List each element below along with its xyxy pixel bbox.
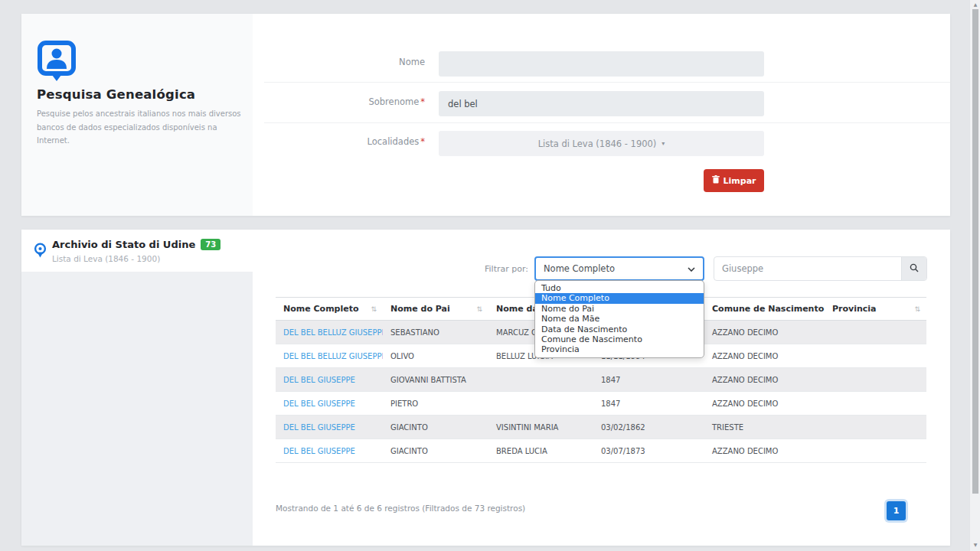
- scrollbar-thumb[interactable]: [972, 9, 978, 494]
- chevron-down-icon: [688, 263, 695, 274]
- dropdown-option[interactable]: Nome da Mãe: [535, 314, 704, 324]
- table-cell: DEL BEL GIUSEPPE: [276, 392, 383, 415]
- sort-icon[interactable]: ⇅: [476, 305, 482, 313]
- search-panel: Pesquisa Genealógica Pesquise pelos ance…: [21, 14, 950, 216]
- column-header-label: Provincia: [832, 304, 877, 314]
- column-header[interactable]: Nome Completo⇅: [276, 298, 383, 320]
- sort-icon[interactable]: ⇅: [914, 305, 920, 313]
- table-cell: [825, 439, 926, 462]
- table-cell: AZZANO DECIMO: [704, 321, 825, 344]
- table-cell: 03/07/1873: [593, 439, 704, 462]
- location-pin-icon: [34, 243, 47, 262]
- table-cell: DEL BEL GIUSEPPE: [276, 368, 383, 391]
- table-cell: DEL BEL BELLUZ GIUSEPPE: [276, 344, 383, 367]
- scroll-down-icon[interactable]: ▼: [970, 542, 980, 547]
- record-count-badge: 73: [201, 239, 220, 250]
- table-cell: [825, 392, 926, 415]
- table-cell: [825, 321, 926, 344]
- caret-down-icon: ▾: [662, 140, 665, 147]
- record-link[interactable]: DEL BEL GIUSEPPE: [283, 447, 355, 455]
- source-title: Archivio di Stato di Udine: [52, 239, 195, 250]
- required-marker: *: [420, 96, 425, 107]
- record-link[interactable]: DEL BEL GIUSEPPE: [283, 399, 355, 408]
- page-1-button[interactable]: 1: [887, 501, 906, 520]
- table-cell: DEL BEL GIUSEPPE: [276, 416, 383, 439]
- record-link[interactable]: DEL BEL BELLUZ GIUSEPPE: [283, 328, 383, 337]
- table-row: DEL BEL GIUSEPPEGIACINTOVISINTINI MARIA0…: [276, 416, 926, 439]
- vertical-scrollbar[interactable]: ▲ ▼: [969, 0, 980, 551]
- column-header-label: Nome do Pai: [390, 304, 450, 314]
- branding-panel: Pesquisa Genealógica Pesquise pelos ance…: [21, 14, 253, 216]
- filter-by-label: Filtrar por:: [375, 264, 528, 274]
- pagination-summary: Mostrando de 1 até 6 de 6 registros (Fil…: [276, 504, 525, 513]
- table-cell: AZZANO DECIMO: [704, 368, 825, 391]
- localidades-label: Localidades*: [272, 136, 425, 147]
- sort-icon[interactable]: ⇅: [371, 305, 377, 313]
- page: Pesquisa Genealógica Pesquise pelos ance…: [0, 0, 980, 551]
- sources-sidebar: [21, 272, 253, 546]
- column-header-label: Comune de Nascimento: [712, 304, 824, 314]
- table-cell: TRIESTE: [704, 416, 825, 439]
- filter-field-select[interactable]: Nome Completo: [534, 256, 704, 281]
- table-cell: 03/02/1862: [593, 416, 704, 439]
- record-link[interactable]: DEL BEL GIUSEPPE: [283, 423, 355, 432]
- dropdown-option[interactable]: Tudo: [535, 283, 704, 293]
- table-cell: PIETRO: [383, 392, 488, 415]
- table-cell: DEL BEL GIUSEPPE: [276, 439, 383, 462]
- filter-field-value: Nome Completo: [544, 263, 615, 274]
- magnifier-icon: [910, 263, 919, 275]
- clear-button[interactable]: Limpar: [704, 169, 764, 192]
- table-cell: [825, 344, 926, 367]
- table-cell: VISINTINI MARIA: [488, 416, 593, 439]
- source-subtitle: Lista di Leva (1846 - 1900): [52, 254, 160, 263]
- sobrenome-input[interactable]: [439, 91, 764, 116]
- column-header-label: Nome Completo: [283, 304, 359, 314]
- table-cell: AZZANO DECIMO: [704, 392, 825, 415]
- table-cell: [825, 368, 926, 391]
- dropdown-option[interactable]: Nome do Pai: [535, 304, 704, 314]
- table-cell: GIACINTO: [383, 439, 488, 462]
- localidades-value: Lista di Leva (1846 - 1900): [538, 139, 657, 149]
- nome-label: Nome: [272, 57, 425, 67]
- form-row-divider: [264, 82, 950, 83]
- column-header[interactable]: Comune de Nascimento⇅: [704, 298, 825, 320]
- column-header[interactable]: Provincia⇅: [825, 298, 926, 320]
- table-row: DEL BEL GIUSEPPEGIACINTOBREDA LUCIA03/07…: [276, 439, 926, 463]
- record-link[interactable]: DEL BEL GIUSEPPE: [283, 376, 355, 384]
- localidades-dropdown[interactable]: Lista di Leva (1846 - 1900) ▾: [439, 131, 764, 156]
- table-row: DEL BEL GIUSEPPEPIETRO1847AZZANO DECIMO: [276, 392, 926, 416]
- table-cell: 1847: [593, 368, 704, 391]
- filter-dropdown-list: TudoNome CompletoNome do PaiNome da MãeD…: [534, 280, 704, 358]
- trash-icon: [712, 175, 720, 186]
- results-panel: Archivio di Stato di Udine 73 Lista di L…: [21, 230, 950, 546]
- clear-button-label: Limpar: [724, 176, 756, 186]
- table-cell: GIACINTO: [383, 416, 488, 439]
- filter-search-input[interactable]: [714, 257, 902, 280]
- dropdown-option[interactable]: Comune de Nascimento: [535, 334, 704, 344]
- table-cell: GIOVANNI BATTISTA: [383, 368, 488, 391]
- sobrenome-label: Sobrenome*: [272, 96, 425, 107]
- table-cell: AZZANO DECIMO: [704, 344, 825, 367]
- dropdown-option[interactable]: Data de Nascimento: [535, 324, 704, 334]
- app-title: Pesquisa Genealógica: [37, 87, 195, 102]
- record-link[interactable]: DEL BEL BELLUZ GIUSEPPE: [283, 352, 383, 360]
- table-cell: SEBASTIANO: [383, 321, 488, 344]
- scroll-up-icon[interactable]: ▲: [970, 2, 980, 7]
- nome-input[interactable]: [439, 51, 764, 77]
- table-cell: OLIVO: [383, 344, 488, 367]
- column-header[interactable]: Nome do Pai⇅: [383, 298, 488, 320]
- table-cell: 1847: [593, 392, 704, 415]
- dropdown-option[interactable]: Nome Completo: [535, 293, 704, 303]
- table-cell: BREDA LUCIA: [488, 439, 593, 462]
- dropdown-option[interactable]: Provincia: [535, 344, 704, 354]
- table-row: DEL BEL GIUSEPPEGIOVANNI BATTISTA1847AZZ…: [276, 368, 926, 392]
- app-description: Pesquise pelos ancestrais italianos nos …: [37, 107, 245, 148]
- form-row-divider: [264, 122, 950, 123]
- required-marker: *: [420, 136, 425, 147]
- table-cell: [488, 392, 593, 415]
- person-card-icon: [37, 40, 78, 87]
- filter-search-field: [714, 256, 927, 281]
- table-cell: DEL BEL BELLUZ GIUSEPPE: [276, 321, 383, 344]
- search-button[interactable]: [901, 257, 926, 280]
- table-cell: [488, 368, 593, 391]
